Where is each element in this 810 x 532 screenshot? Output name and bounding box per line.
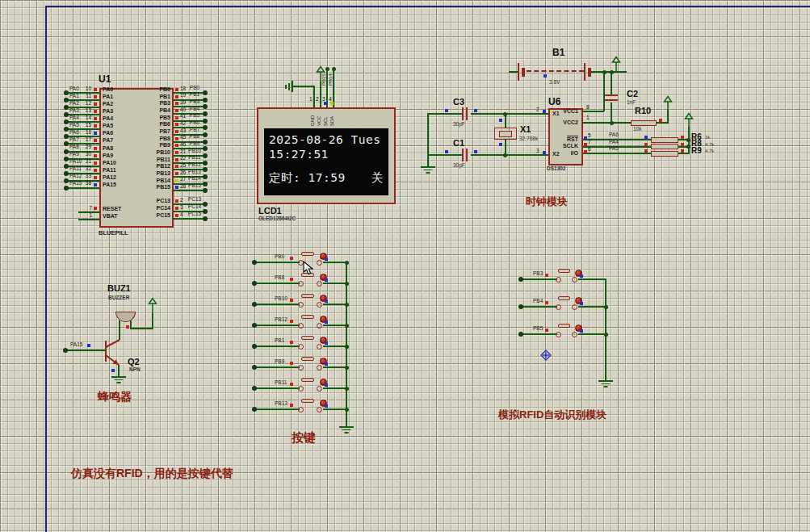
blue-state-marker	[499, 143, 502, 146]
capacitor-c3[interactable]	[466, 107, 468, 120]
ground-symbol	[421, 166, 435, 174]
buzzer-model: BUZZER	[108, 295, 129, 301]
button-net-label: PB0	[275, 254, 284, 260]
wire	[323, 408, 347, 410]
mcu-pin-net: PB8	[187, 134, 203, 140]
mcu-pin-net: PB12	[187, 162, 203, 168]
resistor-r8[interactable]	[651, 144, 678, 149]
wire	[293, 86, 315, 87]
push-button-pb4[interactable]: PB4	[521, 295, 606, 318]
battery-value: 3.8V	[549, 80, 560, 86]
push-button-pb13[interactable]: PB13	[254, 398, 347, 421]
mcu-pin-number: 45	[180, 135, 186, 140]
junction-dot	[332, 67, 336, 71]
yellow-state-marker	[330, 102, 334, 105]
resistor-r9[interactable]	[651, 151, 678, 157]
mcu-pin-net: PB3	[187, 99, 203, 105]
mcu-pin-name: PA9	[103, 153, 113, 158]
junction-dot	[345, 387, 349, 391]
button-terminal	[572, 332, 577, 337]
button-net-label: PB3	[533, 271, 543, 277]
wire-terminal	[518, 304, 523, 309]
rtc-pin-number: 7	[588, 140, 591, 145]
capacitor-c2[interactable]	[605, 99, 618, 101]
ground-symbol	[598, 380, 613, 387]
capacitor-c3[interactable]	[462, 107, 464, 120]
wire-terminal	[518, 332, 523, 337]
button-cap	[301, 315, 314, 319]
red-state-marker	[644, 149, 648, 153]
mcu-pin-name: PA11	[103, 167, 116, 173]
capacitor-c1[interactable]	[462, 149, 464, 161]
blue-state-marker	[325, 258, 328, 261]
lcd-alarm-label: 定时: 17:59	[269, 170, 346, 185]
push-button-pb12[interactable]: PB12	[254, 314, 347, 337]
red-state-marker	[175, 95, 178, 98]
battery-plate	[518, 63, 519, 81]
mcu-pin-net: PA4	[69, 115, 79, 121]
push-button-pb8[interactable]: PB8	[254, 272, 347, 295]
mcu-pin-name: PB12	[130, 163, 170, 169]
button-terminal	[298, 386, 304, 392]
mcu-pin-number: 40	[180, 107, 186, 113]
button-cap	[301, 378, 314, 382]
mcu-pin-number: 22	[180, 156, 186, 161]
mcu-pin-number: 21	[180, 149, 186, 155]
transistor-q2[interactable]	[100, 334, 124, 376]
mcu-pin-number: 41	[180, 114, 186, 119]
note-text: 仿真没有RFID，用的是按键代替	[71, 467, 233, 479]
mcu-pin-number: 43	[180, 128, 186, 134]
blue-state-marker	[325, 320, 328, 324]
red-state-marker	[290, 404, 293, 407]
wire	[174, 190, 205, 191]
mcu-pin-net: PB10	[187, 149, 203, 154]
lcd-pin-gnd: GND	[310, 115, 315, 126]
mcu-pin-number: 16	[80, 130, 91, 136]
blue-state-marker	[325, 383, 328, 387]
mcu-pin-number: 7	[82, 206, 92, 212]
button-terminal	[556, 304, 561, 310]
button-terminal	[298, 344, 304, 350]
wire	[65, 350, 105, 351]
ground-symbol	[285, 85, 287, 89]
wire-terminal	[203, 188, 208, 193]
capacitor-c2[interactable]	[605, 94, 618, 96]
mcu-pin-name: PB3	[130, 100, 170, 106]
wire-terminal	[203, 90, 208, 95]
mcu-pin-name: PA12	[103, 174, 116, 180]
resistor-r6[interactable]	[651, 137, 678, 143]
wire	[471, 113, 548, 115]
wire	[254, 346, 300, 347]
button-terminal	[317, 281, 322, 287]
push-button-pb5[interactable]: PB5	[521, 323, 606, 346]
schematic-canvas[interactable]: U1 BLUEPILL 2025-08-26 Tues 15:27:51 定时:…	[0, 0, 810, 532]
red-state-marker	[94, 95, 97, 98]
push-button-pb11[interactable]: PB11	[254, 377, 347, 400]
push-button-pb1[interactable]: PB1	[254, 335, 347, 358]
rtc-pin-name: SCLK	[546, 143, 578, 149]
wire	[578, 279, 606, 280]
wire	[254, 262, 300, 263]
red-state-marker	[94, 147, 97, 150]
blue-state-marker	[324, 102, 327, 105]
mcu-pin-number: 29	[80, 145, 91, 150]
mcu-pin-net: PA0	[69, 86, 79, 92]
wire-terminal	[63, 348, 68, 353]
wire	[611, 71, 612, 95]
push-button-pb9[interactable]: PB9	[254, 356, 347, 379]
wire	[471, 154, 548, 156]
power-terminal	[611, 56, 622, 73]
lcd-time-line: 15:27:51	[269, 147, 384, 161]
lcd-alarm-line: 定时: 17:59 关	[269, 170, 384, 185]
wire-terminal	[203, 119, 208, 124]
capacitor-c1[interactable]	[466, 149, 468, 161]
push-button-pb10[interactable]: PB10	[254, 293, 347, 316]
push-button-pb0[interactable]: PB0	[254, 251, 347, 274]
blue-state-marker	[543, 74, 547, 77]
red-state-marker	[545, 329, 548, 332]
c3-ref: C3	[453, 98, 464, 107]
resistor-r10[interactable]	[631, 120, 657, 126]
wire-terminal	[64, 98, 69, 103]
wire	[254, 325, 300, 326]
push-button-pb3[interactable]: PB3	[521, 268, 606, 291]
